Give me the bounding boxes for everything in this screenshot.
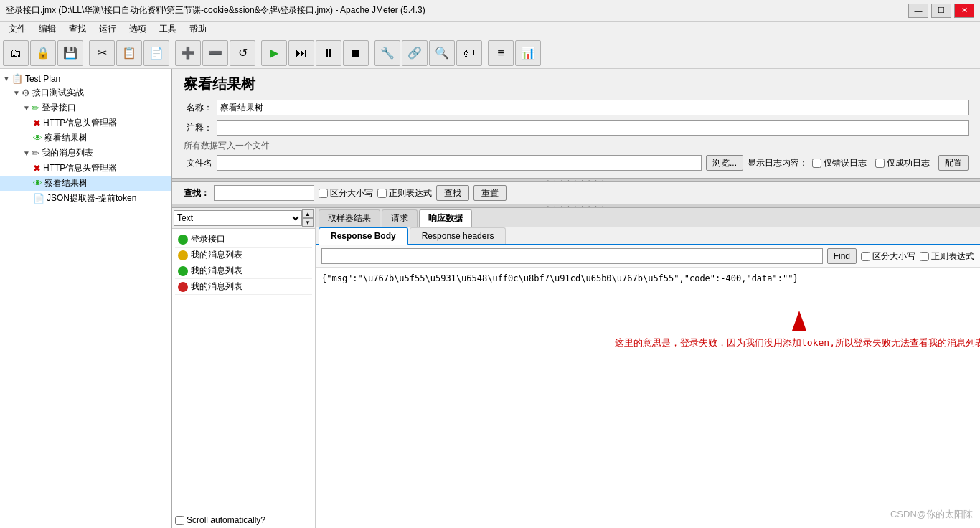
toolbar-run[interactable]: ▶: [261, 40, 287, 66]
tree-item-json[interactable]: 📄 JSON提取器-提前token: [0, 191, 171, 206]
tab-response-data[interactable]: 响应数据: [419, 209, 472, 227]
annotation-text: 这里的意思是，登录失败，因为我们没用添加token,所以登录失败无法查看我的消息…: [615, 336, 980, 349]
tree-item-view1[interactable]: 👁 察看结果树: [0, 131, 171, 146]
scroll-up-button[interactable]: ▲: [302, 209, 314, 218]
checkbox-row: 仅错误日志 仅成功日志 配置: [812, 155, 969, 171]
toolbar-list[interactable]: ≡: [488, 40, 514, 66]
tree-item-login[interactable]: ▼ ✏ 登录接口: [0, 100, 171, 116]
tree-label-http1: HTTP信息头管理器: [43, 117, 117, 129]
toolbar-chart[interactable]: 📊: [515, 40, 541, 66]
scroll-auto-input[interactable]: [175, 516, 184, 525]
success-only-checkbox[interactable]: 仅成功日志: [875, 157, 930, 169]
name-label: 名称：: [184, 102, 212, 114]
toolbar-search-tb[interactable]: 🔍: [429, 40, 455, 66]
tab-request[interactable]: 请求: [382, 209, 418, 227]
toolbar-pause[interactable]: ⏸: [316, 40, 341, 66]
testplan-icon: 📋: [11, 73, 23, 84]
toolbar-link[interactable]: 🔗: [402, 40, 428, 66]
config-button[interactable]: 配置: [938, 155, 969, 171]
menu-find[interactable]: 查找: [63, 22, 92, 37]
tree-item-view2[interactable]: 👁 察看结果树: [0, 176, 171, 191]
minimize-button[interactable]: —: [908, 4, 928, 18]
list-item-label-2: 我的消息列表: [191, 265, 242, 277]
err-only-checkbox[interactable]: 仅错误日志: [812, 157, 867, 169]
expand-arrow-testplan[interactable]: ▼: [3, 75, 10, 82]
section-label: 所有数据写入一个文件: [184, 140, 969, 152]
menu-file[interactable]: 文件: [3, 22, 32, 37]
name-row: 名称：: [184, 100, 969, 116]
sub-tab-response-headers[interactable]: Response headers: [410, 227, 507, 244]
list-header: Text HTML JSON XML ▲ ▼: [172, 208, 315, 229]
content-find-button[interactable]: Find: [827, 248, 857, 264]
thread-icon: ⚙: [22, 88, 30, 98]
tree-label-json: JSON提取器-提前token: [47, 192, 136, 204]
scroll-down-button[interactable]: ▼: [302, 218, 314, 227]
list-item-2[interactable]: 我的消息列表: [175, 263, 312, 279]
toolbar-copy[interactable]: 📋: [116, 40, 142, 66]
main-tab-bar: 取样器结果 请求 响应数据: [316, 208, 980, 227]
tree-label-login: 登录接口: [42, 102, 76, 114]
toolbar-paste[interactable]: 📄: [143, 40, 169, 66]
expand-arrow-thread[interactable]: ▼: [13, 89, 20, 97]
menu-tools[interactable]: 工具: [154, 22, 182, 37]
file-input[interactable]: [217, 155, 702, 171]
menu-run[interactable]: 运行: [93, 22, 122, 37]
menu-options[interactable]: 选项: [123, 22, 152, 37]
content-regex-input[interactable]: [920, 252, 929, 261]
toolbar-save[interactable]: 💾: [57, 40, 83, 66]
status-icon-0: [178, 235, 188, 245]
case-sensitive-input[interactable]: [319, 189, 328, 198]
tree-item-msg[interactable]: ▼ ✏ 我的消息列表: [0, 146, 171, 161]
toolbar-remove[interactable]: ➖: [202, 40, 228, 66]
find-button[interactable]: 查找: [436, 185, 469, 201]
file-label: 文件名: [184, 157, 212, 169]
menu-help[interactable]: 帮助: [184, 22, 212, 37]
toolbar-cut[interactable]: ✂: [89, 40, 115, 66]
success-only-label: 仅成功日志: [887, 157, 930, 169]
tree-item-thread[interactable]: ▼ ⚙ 接口测试实战: [0, 85, 171, 100]
view-type-select[interactable]: Text HTML JSON XML: [174, 210, 302, 226]
tab-sampler-result[interactable]: 取样器结果: [319, 209, 380, 227]
expand-arrow-msg[interactable]: ▼: [23, 149, 30, 157]
reset-button[interactable]: 重置: [473, 185, 507, 201]
expand-arrow-login[interactable]: ▼: [23, 104, 30, 112]
content-regex-checkbox[interactable]: 正则表达式: [920, 250, 974, 263]
maximize-button[interactable]: ☐: [931, 4, 951, 18]
toolbar-clear[interactable]: 🔧: [374, 40, 400, 66]
tree-item-http1[interactable]: ✖ HTTP信息头管理器: [0, 116, 171, 131]
toolbar-tag[interactable]: 🏷: [456, 40, 482, 66]
comment-input[interactable]: [217, 120, 969, 136]
comment-label: 注释：: [184, 122, 212, 134]
http2-icon: ✖: [33, 163, 41, 174]
case-sensitive-checkbox[interactable]: 区分大小写: [319, 187, 373, 199]
list-item-0[interactable]: 登录接口: [175, 232, 312, 248]
status-icon-1: [178, 250, 188, 260]
regex-input[interactable]: [377, 189, 387, 198]
json-response-text: {"msg":"\u767b\u5f55\u5931\u6548\uff0c\u…: [321, 273, 974, 283]
tree-item-testplan[interactable]: ▼ 📋 Test Plan: [0, 72, 171, 85]
regex-checkbox[interactable]: 正则表达式: [377, 187, 432, 199]
toolbar-open[interactable]: 🗂: [3, 40, 29, 66]
content-search-input[interactable]: [321, 248, 823, 264]
close-button[interactable]: ✕: [954, 4, 974, 18]
menu-edit[interactable]: 编辑: [33, 22, 62, 37]
toolbar-stop[interactable]: ⏹: [343, 40, 369, 66]
toolbar-lock[interactable]: 🔒: [30, 40, 56, 66]
tree-item-http2[interactable]: ✖ HTTP信息头管理器: [0, 161, 171, 176]
toolbar-step[interactable]: ⏭: [288, 40, 314, 66]
list-item-1[interactable]: 我的消息列表: [175, 248, 312, 263]
toolbar-undo[interactable]: ↺: [230, 40, 255, 66]
sub-tab-response-body[interactable]: Response Body: [319, 227, 408, 245]
scroll-auto-checkbox[interactable]: Scroll automatically?: [175, 515, 265, 525]
bottom-area: Text HTML JSON XML ▲ ▼ 登录接口: [172, 208, 980, 528]
content-case-input[interactable]: [861, 252, 870, 261]
toolbar-add[interactable]: ➕: [175, 40, 201, 66]
search-input[interactable]: [214, 185, 314, 201]
name-input[interactable]: [217, 100, 969, 116]
err-only-input[interactable]: [812, 159, 821, 168]
list-item-3[interactable]: 我的消息列表: [175, 279, 312, 295]
browse-button[interactable]: 浏览...: [706, 155, 743, 171]
content-case-checkbox[interactable]: 区分大小写: [861, 250, 915, 263]
sub-tab-bar: Response Body Response headers: [316, 227, 980, 245]
success-only-input[interactable]: [875, 159, 885, 168]
